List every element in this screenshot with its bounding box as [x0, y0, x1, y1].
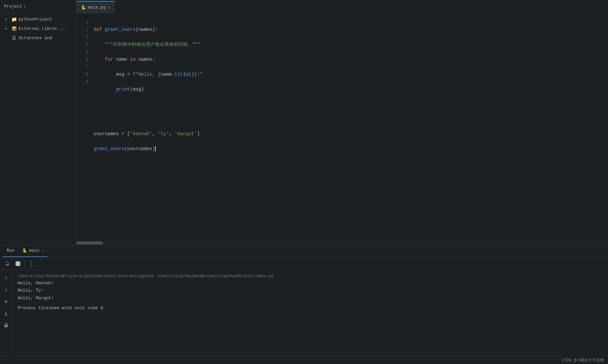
sidebar-item-scratches-label: Scratches and [19, 36, 52, 41]
code-line-7 [94, 115, 603, 123]
project-panel-title[interactable]: Project ▾ [0, 0, 76, 13]
sidebar-item-python-project[interactable]: ▶ 📁 pythonProject [0, 15, 76, 24]
project-label: Project [4, 4, 22, 9]
sidebar: ▶ 📁 pythonProject ▶ 📦 External Librar...… [0, 13, 76, 244]
arrow-icon: ▶ [5, 27, 9, 31]
stop-icon [16, 261, 20, 266]
code-line-6 [94, 100, 603, 108]
more-icon: ⋮ [29, 260, 35, 267]
terminal-output: Hello, Hannah! Hello, Ty! Hello, Margot! [18, 280, 603, 302]
code-line-2: """向列表中的每位用户发出简单的问候。""" [94, 41, 603, 48]
tab-run-label: Run [7, 248, 14, 253]
bottom-panel: Run 🐍 main ✕ ⋮ ↑ ↓ ≡ ⤓ [0, 244, 608, 364]
python-icon: 🐍 [81, 5, 86, 10]
code-line-1: def greet_users(names): [94, 26, 603, 33]
libs-icon: 📦 [11, 26, 17, 32]
tabs-bar: 🐍 main.py ✕ [76, 0, 115, 13]
title-bar: Project ▾ 🐍 main.py ✕ [0, 0, 608, 13]
terminal-content[interactable]: /Users/xiou/PycharmProjects/pythonProjec… [12, 270, 608, 356]
code-line-9: greet_users(usernames) [94, 145, 603, 152]
tab-main-close[interactable]: ✕ [42, 248, 44, 253]
align-left-button[interactable]: ≡ [1, 297, 11, 306]
rerun-button[interactable] [3, 259, 12, 268]
output-line-3: Hello, Margot! [18, 295, 603, 302]
scroll-up-button[interactable]: ↑ [1, 273, 11, 282]
tab-main-py[interactable]: 🐍 main.py ✕ [76, 1, 115, 13]
sidebar-item-external-libs-label: External Librar... [19, 26, 65, 31]
editor-scrollbar[interactable] [76, 241, 608, 244]
process-finished: Process finished with exit code 0 [18, 305, 603, 312]
code-line-5: print(msg) [94, 86, 603, 93]
scratches-icon: ☰ [11, 35, 17, 41]
sidebar-item-python-project-label: pythonProject [19, 17, 52, 22]
watermark: CSDN @小幽余生不加糖 [562, 357, 604, 363]
chevron-down-icon: ▾ [24, 5, 26, 9]
folder-icon: 📁 [11, 17, 17, 22]
terminal-path: /Users/xiou/PycharmProjects/pythonProjec… [18, 273, 603, 280]
code-line-8: 💡usernames = ['hannah', 'ty', 'margot'] [94, 130, 603, 137]
main-content: ▶ 📁 pythonProject ▶ 📦 External Librar...… [0, 13, 608, 244]
print-button[interactable]: 🖶 [1, 321, 11, 330]
output-line-1: Hello, Hannah! [18, 280, 603, 287]
tab-main-label: main [29, 248, 39, 253]
bottom-tabs: Run 🐍 main ✕ [0, 245, 608, 257]
code-line-4: msg = f"Hello, {name.title()}!" [94, 71, 603, 78]
terminal-wrapper: ↑ ↓ ≡ ⤓ 🖶 /Users/xiou/PycharmProjects/py… [0, 270, 608, 356]
more-options-button[interactable]: ⋮ [27, 259, 36, 268]
code-line-3: for name in names: [94, 56, 603, 63]
code-content[interactable]: def greet_users(names): """向列表中的每位用户发出简单… [92, 13, 608, 241]
output-line-2: Hello, Ty! [18, 287, 603, 294]
sidebar-item-external-libs[interactable]: ▶ 📦 External Librar... [0, 24, 76, 33]
run-toolbar: ⋮ [0, 257, 608, 270]
stop-button[interactable] [13, 259, 23, 268]
scroll-bottom-button[interactable]: ⤓ [1, 309, 11, 318]
code-editor[interactable]: 1 2 3 4 5 6 7 8 9 def greet_users(names)… [76, 13, 608, 241]
bottom-status: CSDN @小幽余生不加糖 [0, 356, 608, 364]
scrollbar-thumb[interactable] [76, 241, 103, 244]
sidebar-item-scratches[interactable]: ▶ ☰ Scratches and [0, 33, 76, 43]
tab-close-icon[interactable]: ✕ [108, 5, 110, 10]
tab-main[interactable]: 🐍 main ✕ [18, 245, 48, 257]
tab-run[interactable]: Run [3, 245, 18, 257]
toolbar-separator [25, 260, 25, 267]
scroll-down-button[interactable]: ↓ [1, 285, 11, 294]
line-numbers: 1 2 3 4 5 6 7 8 9 [76, 13, 92, 241]
arrow-icon: ▶ [5, 17, 9, 21]
python-tab-icon: 🐍 [22, 248, 27, 253]
tab-main-py-label: main.py [88, 5, 106, 10]
terminal-controls: ↑ ↓ ≡ ⤓ 🖶 [0, 270, 12, 356]
editor-area: 1 2 3 4 5 6 7 8 9 def greet_users(names)… [76, 13, 608, 244]
